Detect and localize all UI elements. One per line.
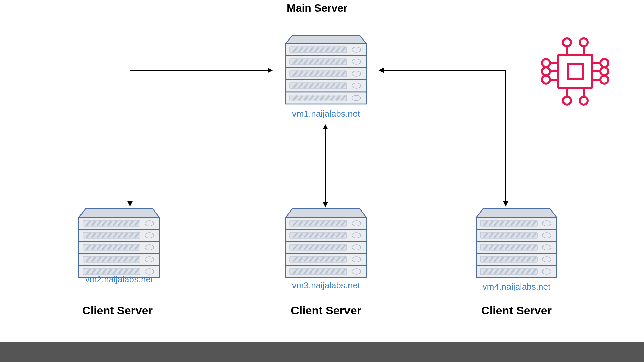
svg-point-70 (352, 95, 361, 101)
svg-point-282 (542, 67, 550, 75)
svg-point-154 (352, 221, 361, 226)
svg-point-178 (352, 245, 361, 250)
svg-point-124 (145, 257, 154, 262)
svg-point-166 (352, 233, 361, 238)
svg-point-256 (542, 257, 551, 262)
footer-bar (0, 342, 644, 362)
client-left-hostname: vm2.naijalabs.net (69, 274, 169, 285)
svg-point-58 (352, 83, 361, 88)
edge-main-to-right (379, 70, 506, 206)
main-server-hostname: vm1.naijalabs.net (276, 109, 376, 119)
main-server-icon (279, 34, 373, 106)
cpu-chip-icon (540, 36, 610, 107)
client-middle-role: Client Server (276, 304, 376, 317)
edge-main-to-left (130, 70, 272, 206)
svg-point-272 (563, 38, 571, 46)
svg-point-136 (145, 269, 154, 274)
svg-marker-5 (286, 35, 366, 44)
svg-point-280 (542, 59, 550, 67)
client-right-role: Client Server (466, 304, 567, 317)
svg-point-22 (352, 47, 361, 52)
svg-marker-71 (79, 209, 159, 217)
svg-point-88 (145, 221, 154, 226)
svg-point-268 (542, 269, 551, 274)
svg-point-112 (145, 245, 154, 250)
svg-rect-270 (568, 64, 583, 79)
svg-rect-269 (558, 55, 592, 88)
client-server-middle-icon (279, 207, 373, 279)
svg-point-220 (542, 221, 551, 226)
svg-point-232 (542, 233, 551, 238)
svg-point-202 (352, 269, 361, 274)
svg-point-288 (600, 67, 608, 75)
svg-point-100 (145, 233, 154, 238)
svg-marker-137 (286, 209, 366, 217)
svg-point-190 (352, 257, 361, 262)
svg-point-34 (352, 59, 361, 64)
client-middle-hostname: vm3.naijalabs.net (276, 280, 376, 291)
svg-point-276 (563, 97, 571, 105)
diagram-canvas: Main Server (0, 0, 644, 362)
svg-point-284 (542, 76, 550, 84)
svg-point-46 (352, 71, 361, 76)
svg-point-290 (600, 76, 608, 84)
client-server-left-icon (72, 207, 166, 279)
client-server-right-icon (470, 207, 564, 279)
client-right-hostname: vm4.naijalabs.net (466, 282, 567, 292)
svg-point-244 (542, 245, 551, 250)
svg-marker-203 (476, 209, 557, 217)
svg-point-286 (600, 59, 608, 67)
svg-point-274 (580, 38, 588, 46)
svg-point-278 (580, 97, 588, 105)
client-left-role: Client Server (67, 304, 168, 317)
